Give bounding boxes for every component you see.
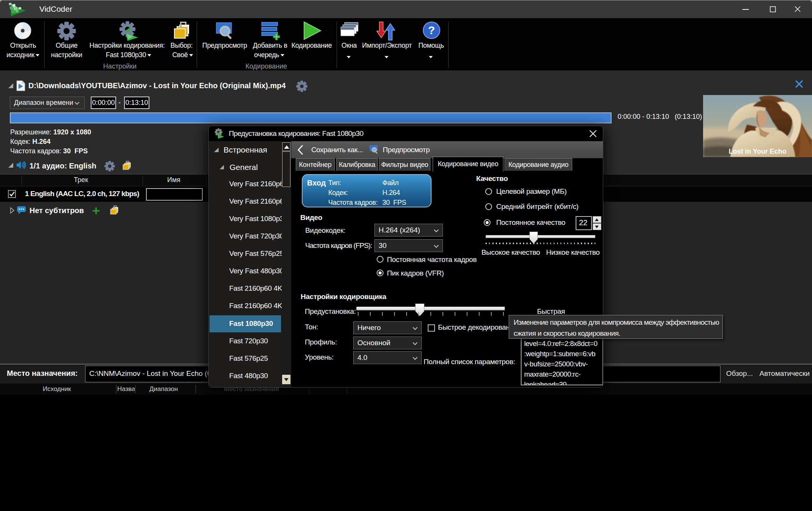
svg-text:?: ? [428,24,435,36]
svg-text:Lost in Your Echo: Lost in Your Echo [729,148,786,155]
